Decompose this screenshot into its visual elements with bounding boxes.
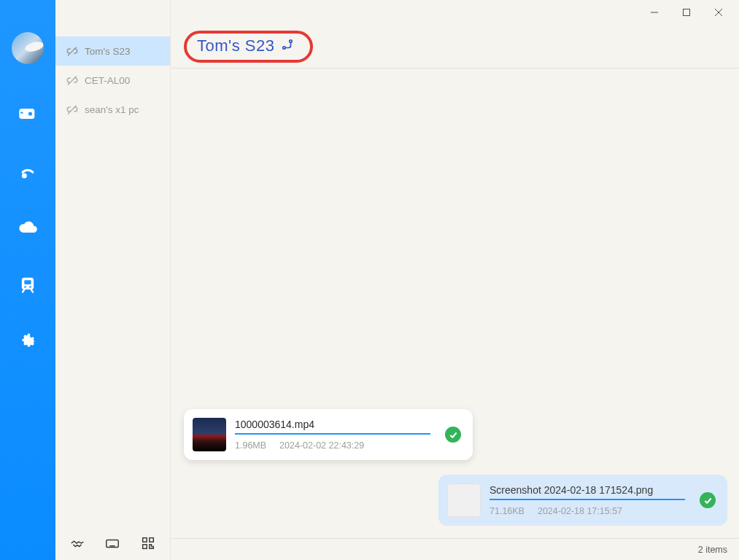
camera-icon[interactable] (16, 102, 39, 125)
file-name: 1000003614.mp4 (235, 419, 430, 435)
device-label: sean's x1 pc (85, 104, 139, 115)
device-label: CET-AL00 (85, 75, 130, 86)
video-thumbnail (193, 418, 226, 451)
messages-area: 1000003614.mp4 1.96MB 2024-02-02 22:43:2… (171, 69, 739, 538)
cloud-icon[interactable] (16, 216, 39, 239)
file-name: Screenshot 2024-02-18 171524.png (490, 484, 685, 500)
handshake-icon[interactable] (69, 535, 85, 554)
device-title: Tom's S23 (197, 36, 275, 55)
device-title-highlight: Tom's S23 (184, 31, 313, 63)
window-close-button[interactable] (704, 1, 733, 23)
device-list: Tom's S23 CET-AL00 sean's x1 pc (55, 0, 171, 560)
main-panel: Tom's S23 1000003614.mp4 1.96MB 2024-02-… (171, 0, 739, 560)
svg-rect-0 (19, 109, 34, 119)
avatar[interactable] (12, 32, 44, 64)
link-off-icon (66, 103, 79, 116)
link-off-icon (66, 44, 79, 58)
file-size: 71.16KB (490, 506, 525, 516)
svg-point-6 (24, 286, 26, 288)
window-maximize-button[interactable] (672, 1, 701, 23)
route-icon (281, 38, 294, 54)
device-item-toms-s23[interactable]: Tom's S23 (55, 36, 170, 66)
file-bubble-incoming[interactable]: 1000003614.mp4 1.96MB 2024-02-02 22:43:2… (184, 409, 473, 460)
window-titlebar (171, 0, 739, 25)
svg-rect-2 (20, 112, 23, 114)
file-size: 1.96MB (235, 440, 266, 451)
svg-rect-13 (684, 9, 690, 16)
status-bar: 2 items (171, 538, 739, 560)
svg-rect-5 (24, 280, 31, 284)
svg-point-16 (282, 46, 285, 48)
radar-icon[interactable] (16, 159, 39, 182)
file-time: 2024-02-02 22:43:29 (279, 440, 364, 451)
device-label: Tom's S23 (85, 46, 131, 57)
svg-point-3 (22, 174, 27, 179)
qr-icon[interactable] (140, 535, 156, 554)
link-off-icon (66, 74, 79, 87)
check-icon (445, 427, 461, 443)
device-item-seans-x1-pc[interactable]: sean's x1 pc (55, 95, 170, 124)
nav-rail (0, 0, 55, 560)
window-minimize-button[interactable] (640, 1, 669, 23)
file-bubble-outgoing[interactable]: Screenshot 2024-02-18 171524.png 71.16KB… (438, 475, 727, 526)
device-tools (55, 529, 170, 560)
svg-point-17 (289, 39, 291, 42)
image-thumbnail (447, 483, 481, 517)
device-item-cet-al00[interactable]: CET-AL00 (55, 66, 170, 95)
gear-icon[interactable] (16, 330, 39, 353)
file-time: 2024-02-18 17:15:57 (538, 506, 622, 516)
svg-rect-11 (142, 545, 147, 549)
item-count: 2 items (698, 545, 727, 555)
svg-point-1 (28, 112, 32, 115)
svg-rect-10 (150, 538, 154, 542)
header: Tom's S23 (171, 25, 739, 69)
check-icon (700, 492, 716, 508)
svg-point-7 (29, 286, 31, 288)
transit-icon[interactable] (16, 273, 39, 296)
keyboard-icon[interactable] (104, 535, 120, 554)
svg-rect-9 (142, 538, 147, 542)
